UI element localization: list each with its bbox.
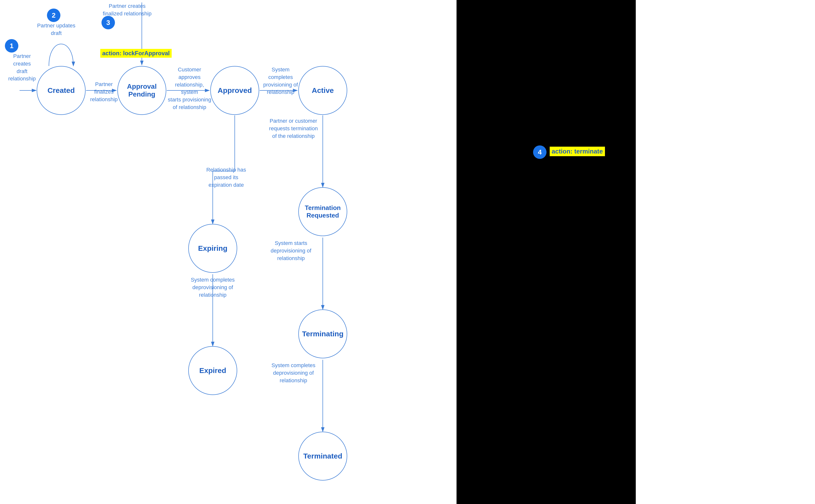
- badge-2: 2: [47, 9, 60, 22]
- label-partner-customer-requests: Partner or customerrequests terminationo…: [269, 117, 318, 140]
- label-system-starts-deprov: System startsdeprovisioning ofrelationsh…: [266, 240, 315, 262]
- state-terminated: Terminated: [298, 432, 347, 481]
- label-partner-finalizes: Partner finalizesrelationship: [88, 81, 120, 103]
- state-termination-requested: TerminationRequested: [298, 187, 347, 236]
- state-expired: Expired: [188, 346, 237, 395]
- badge-1: 1: [5, 39, 18, 53]
- badge-4: 4: [533, 145, 547, 159]
- state-active: Active: [298, 66, 347, 115]
- diagram: 1 Partner createsdraft relationship 2 Pa…: [0, 0, 636, 504]
- state-approved: Approved: [210, 66, 259, 115]
- label-system-completes-deprov-expiring: System completesdeprovisioning ofrelatio…: [186, 276, 240, 299]
- black-panel: [457, 0, 636, 504]
- label-system-completes-deprov-terminating: System completesdeprovisioning ofrelatio…: [266, 362, 320, 384]
- state-approval-pending: ApprovalPending: [117, 66, 166, 115]
- label-system-completes-prov: System completesprovisioning ofrelations…: [260, 66, 301, 96]
- action-terminate-label: action: terminate: [550, 147, 605, 156]
- label-relationship-passed: Relationship haspassed itsexpiration dat…: [200, 166, 252, 189]
- label-partner-creates-finalized: Partner createsfinalized relationship: [103, 2, 152, 18]
- state-terminating: Terminating: [298, 309, 347, 358]
- state-expiring: Expiring: [188, 224, 237, 273]
- label-customer-approves: Customer approvesrelationship, systemsta…: [167, 66, 211, 111]
- label-partner-creates-draft: Partner createsdraft relationship: [7, 53, 37, 83]
- action-lock-label: action: lockForApproval: [100, 49, 172, 58]
- label-partner-updates-draft: Partner updates draft: [37, 22, 76, 37]
- state-created: Created: [37, 66, 86, 115]
- badge-3: 3: [101, 16, 115, 29]
